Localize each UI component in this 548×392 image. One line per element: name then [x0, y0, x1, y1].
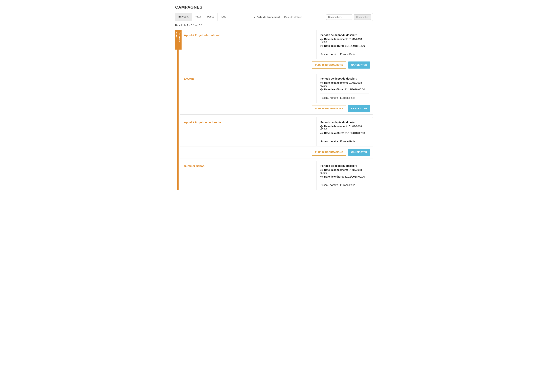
close-date-value: 31/12/2018 00:00: [345, 132, 365, 134]
info-divider: [320, 50, 369, 50]
chevron-down-icon: [254, 17, 255, 18]
page-title: CAMPAGNES: [175, 5, 373, 10]
launch-date-row: Date de lancement: 01/01/2018 00:00: [320, 81, 369, 87]
campaign-card-main: Appel à Projet de recherche: [180, 117, 317, 146]
tab-tous[interactable]: Tous: [218, 13, 229, 21]
sort-controls: Date de lancement | Date de clôture: [229, 13, 326, 21]
timezone-label: Fuseau horaire :: [320, 96, 340, 99]
close-date-row: Date de clôture: 31/12/2018 12:00: [320, 44, 369, 47]
timezone-row: Fuseau horaire : Europe/Paris: [320, 96, 369, 99]
timezone-row: Fuseau horaire : Europe/Paris: [320, 53, 369, 56]
sort-launch[interactable]: Date de lancement: [254, 16, 280, 19]
campaign-title[interactable]: EMJMD: [184, 77, 313, 80]
month-bar: [177, 30, 178, 190]
campaign-title[interactable]: Appel à Projet international: [184, 34, 313, 37]
campaign-timeline: January 2018 Appel à Projet internationa…: [175, 30, 373, 190]
clock-icon: [320, 125, 323, 128]
sort-launch-label: Date de lancement: [257, 16, 280, 19]
close-date-row: Date de clôture: 31/12/2018 00:00: [320, 175, 369, 178]
filter-toolbar: En cours Futur Passé Tous Date de lancem…: [175, 13, 373, 21]
apply-button[interactable]: CANDIDATER: [348, 105, 370, 112]
tab-futur[interactable]: Futur: [192, 13, 204, 21]
search-button[interactable]: Rechercher: [354, 14, 371, 20]
sort-close[interactable]: Date de clôture: [284, 16, 302, 19]
more-info-button[interactable]: PLUS D'INFORMATIONS: [312, 62, 346, 69]
period-header: Période de dépôt du dossier :: [320, 77, 369, 80]
sort-divider: |: [281, 16, 283, 19]
launch-date-label: Date de lancement:: [324, 38, 348, 41]
campaign-card-actions: PLUS D'INFORMATIONS CANDIDATER: [180, 59, 373, 71]
campaign-card: Appel à Projet international Période de …: [180, 30, 373, 71]
clock-icon: [320, 38, 323, 40]
campaign-card-main: EMJMD: [180, 74, 317, 103]
close-date-label: Date de clôture:: [324, 175, 344, 178]
campaign-card-actions: PLUS D'INFORMATIONS CANDIDATER: [180, 146, 373, 158]
results-count: Résultats 1 à 13 sur 13: [175, 24, 373, 27]
timezone-label: Fuseau horaire :: [320, 183, 340, 187]
apply-button[interactable]: CANDIDATER: [348, 149, 370, 156]
tab-passe[interactable]: Passé: [204, 13, 218, 21]
campaign-card: Summer School Période de dépôt du dossie…: [180, 161, 373, 190]
timezone-row: Fuseau horaire : Europe/Paris: [320, 183, 369, 187]
search-area: Rechercher: [326, 13, 373, 21]
close-date-value: 31/12/2018 00:00: [345, 88, 365, 91]
clock-icon: [320, 89, 323, 91]
campaign-card: EMJMD Période de dépôt du dossier : Date…: [180, 74, 373, 115]
search-input[interactable]: [326, 14, 352, 20]
period-header: Période de dépôt du dossier :: [320, 34, 369, 36]
campaign-card-main: Summer School: [180, 161, 317, 190]
close-date-label: Date de clôture:: [324, 132, 344, 134]
timezone-label: Fuseau horaire :: [320, 140, 340, 143]
info-divider: [320, 93, 369, 94]
more-info-button[interactable]: PLUS D'INFORMATIONS: [312, 149, 346, 156]
timezone-value: Europe/Paris: [340, 96, 355, 99]
close-date-row: Date de clôture: 31/12/2018 00:00: [320, 132, 369, 134]
launch-date-label: Date de lancement:: [324, 81, 348, 84]
timezone-value: Europe/Paris: [340, 53, 355, 56]
close-date-row: Date de clôture: 31/12/2018 00:00: [320, 88, 369, 91]
timezone-value: Europe/Paris: [340, 183, 355, 187]
period-header: Période de dépôt du dossier :: [320, 121, 369, 124]
campaign-card-actions: PLUS D'INFORMATIONS CANDIDATER: [180, 103, 373, 114]
tab-en-cours[interactable]: En cours: [175, 13, 192, 21]
timezone-label: Fuseau horaire :: [320, 53, 340, 56]
timezone-value: Europe/Paris: [340, 140, 355, 143]
close-date-value: 31/12/2018 00:00: [345, 175, 365, 178]
clock-icon: [320, 82, 323, 84]
clock-icon: [320, 169, 323, 171]
campaign-card-info: Période de dépôt du dossier : Date de la…: [317, 74, 373, 103]
month-sidebar: January 2018: [175, 30, 180, 190]
close-date-value: 31/12/2018 12:00: [345, 44, 365, 47]
apply-button[interactable]: CANDIDATER: [348, 62, 370, 69]
launch-date-label: Date de lancement:: [324, 125, 348, 128]
campaign-title[interactable]: Summer School: [184, 164, 313, 168]
campaign-card-info: Période de dépôt du dossier : Date de la…: [317, 161, 373, 190]
campaign-list: Appel à Projet international Période de …: [180, 30, 373, 190]
status-tabs: En cours Futur Passé Tous: [175, 13, 229, 21]
campaign-card-main: Appel à Projet international: [180, 30, 317, 59]
info-divider: [320, 137, 369, 137]
close-date-label: Date de clôture:: [324, 88, 344, 91]
clock-icon: [320, 45, 323, 47]
clock-icon: [320, 132, 323, 134]
campaign-card-info: Période de dépôt du dossier : Date de la…: [317, 30, 373, 59]
launch-date-row: Date de lancement: 01/01/2018 00:00: [320, 125, 369, 131]
period-header: Période de dépôt du dossier :: [320, 164, 369, 167]
timezone-row: Fuseau horaire : Europe/Paris: [320, 140, 369, 143]
close-date-label: Date de clôture:: [324, 44, 344, 47]
campaign-card: Appel à Projet de recherche Période de d…: [180, 117, 373, 158]
launch-date-row: Date de lancement: 01/01/2018 12:00: [320, 38, 369, 44]
more-info-button[interactable]: PLUS D'INFORMATIONS: [312, 105, 346, 112]
launch-date-label: Date de lancement:: [324, 168, 348, 171]
launch-date-row: Date de lancement: 01/01/2018 00:00: [320, 168, 369, 174]
clock-icon: [320, 176, 323, 178]
campaign-card-info: Période de dépôt du dossier : Date de la…: [317, 117, 373, 146]
campaign-title[interactable]: Appel à Projet de recherche: [184, 121, 313, 124]
